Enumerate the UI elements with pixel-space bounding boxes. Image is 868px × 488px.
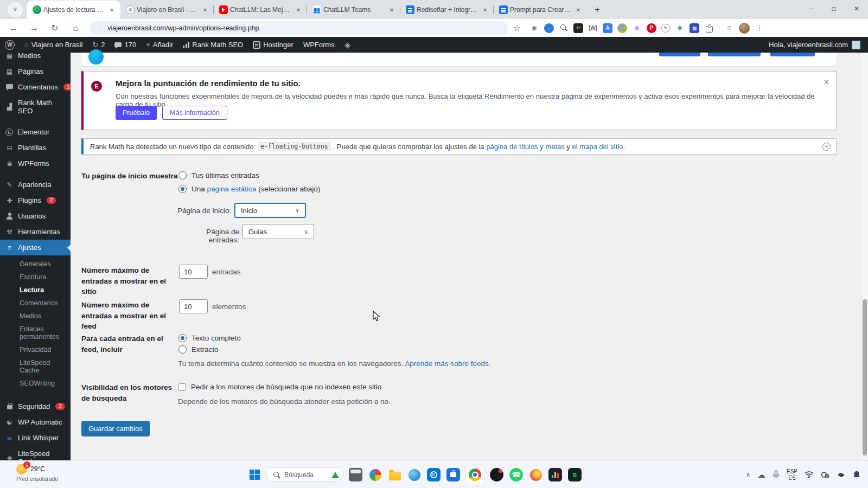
media-app-icon[interactable] [490,468,503,481]
start-button[interactable] [250,470,260,480]
submenu-comentarios[interactable]: Comentarios [0,297,71,310]
sidebar-item-plantillas[interactable]: ⊟ Plantillas [0,140,71,156]
admin-bar-account[interactable]: Hola, viajeroenbrasil.com [769,41,868,49]
camera-extension-icon[interactable]: ◉ [529,23,539,33]
homepage-select[interactable]: Inicio ∨ [234,203,306,218]
admin-bar-new[interactable]: + Añadir [141,37,178,53]
sidebar-item-usuarios[interactable]: Usuarios [0,208,71,224]
pencil-extension-icon[interactable]: ✎ [661,24,670,33]
new-tab-button[interactable]: + [590,3,604,17]
sidebar-item-ajustes[interactable]: ≡ Ajustes [0,240,71,255]
sidebar-item-apariencia[interactable]: ✎ Apariencia [0,177,71,192]
submenu-enlaces-permanentes[interactable]: Enlaces permanentes [0,323,71,343]
notification-bell-icon[interactable] [853,471,860,479]
whatsapp-icon[interactable]: ☎ [509,468,523,481]
sidebar-item-paginas[interactable]: ▤ Páginas [0,63,71,79]
submenu-seowriting[interactable]: SEOWriting [0,377,71,390]
tab-prompt-doc[interactable]: Prompt para Crear Sitios Web c ✕ [494,1,587,19]
submenu-medios[interactable]: Medios [0,310,71,323]
wp-logo-menu[interactable]: W [0,37,20,53]
admin-bar-site-name[interactable]: ⌂ Viajero en Brasil [20,37,87,53]
submenu-privacidad[interactable]: Privacidad [0,343,71,356]
pinterest-extension-icon[interactable]: P [647,23,656,33]
tab-close-icon[interactable]: ✕ [481,5,489,14]
home-button[interactable]: ⌂ [68,21,82,35]
tab-search-button[interactable]: ˅ [8,2,23,17]
submenu-lectura[interactable]: Lectura [0,284,71,297]
close-icon[interactable]: ✕ [824,78,829,86]
sidebar-item-elementor[interactable]: E Elementor [0,124,71,140]
sync-icon[interactable] [837,471,846,479]
submenu-escritura[interactable]: Escritura [0,271,71,284]
submenu-generales[interactable]: Generales [0,258,71,271]
tab-viajero-en-brasil[interactable]: ⊕ Viajero en Brasil - Tu guía comp ✕ [120,1,214,19]
tab-close-icon[interactable]: ✕ [201,5,209,14]
green-plus-extension-icon[interactable]: ✚ [675,23,685,33]
sidebar-item-comentarios[interactable]: Comentarios 170 [0,79,71,95]
photos-icon[interactable] [368,468,382,481]
blue-grid-extension-icon[interactable]: ▦ [690,23,699,33]
sidebar-item-herramientas[interactable]: ⚒ Herramientas [0,224,71,240]
admin-bar-comments[interactable]: 170 [110,37,141,53]
max-feed-input[interactable] [179,299,208,313]
sidebar-item-wpforms[interactable]: ≣ WPForms [0,156,71,171]
firefox-icon[interactable] [529,468,542,481]
tab-reading-settings[interactable]: Ajustes de lectura < Viajero en ✕ [27,1,120,19]
taskbar-search[interactable]: Búsqueda [266,467,343,482]
tab-redisenar-doc[interactable]: Rediseñar + Integrar con Word ✕ [400,1,494,19]
dismiss-icon[interactable]: ✕ [822,143,831,151]
file-explorer-icon[interactable] [388,468,401,481]
admin-bar-hostinger[interactable]: H Hostinger [248,37,298,53]
back-button[interactable]: ← [7,21,21,35]
scrollbar-thumb[interactable] [863,299,867,455]
reload-button[interactable]: ↻ [48,21,62,35]
equalizer-app-icon[interactable] [548,468,562,481]
browser-menu-kebab-icon[interactable]: ⋮ [755,23,764,33]
window-maximize-button[interactable]: □ [822,0,845,17]
purple-burst-extension-icon[interactable]: ✳ [632,23,642,33]
dell-icon[interactable]: D [427,468,441,481]
full-text-radio[interactable] [178,334,187,342]
admin-bar-wpforms[interactable]: WPForms [298,37,340,53]
translate-extension-icon[interactable]: A [603,23,612,33]
banner-button-partial[interactable] [659,53,700,56]
address-bar[interactable]: ⁘ viajeroenbrasil.com/wp-admin/options-r… [90,21,508,35]
sidebar-item-plugins[interactable]: ✚ Plugins 2 [0,192,71,208]
reading-list-icon[interactable]: ≡ [724,23,734,33]
url-text[interactable]: viajeroenbrasil.com/wp-admin/options-rea… [107,24,259,32]
window-close-button[interactable]: ✕ [845,0,868,17]
sidebar-item-rank-math[interactable]: ▟ Rank Math SEO [0,95,71,119]
extensions-puzzle-icon[interactable] [704,23,714,33]
microphone-icon[interactable] [773,470,780,479]
banner-button-partial[interactable] [708,53,761,56]
excerpt-radio[interactable] [178,345,187,354]
sitemap-link[interactable]: el mapa del sitio [572,143,623,151]
more-info-button[interactable]: Más información [162,106,227,120]
static-page-link[interactable]: página estática [207,185,257,193]
dev-app-icon[interactable]: S [568,468,582,481]
learn-more-feeds-link[interactable]: Aprende más sobre feeds. [405,359,490,368]
sidebar-item-wp-automatic[interactable]: ☯ WP Automatic [0,414,71,430]
forward-button[interactable]: → [27,21,41,35]
tab-close-icon[interactable]: ✕ [387,5,396,14]
static-page-radio[interactable] [178,185,187,193]
tab-chatllm-video[interactable]: ChatLLM: Las Mejores IA en un ✕ [214,1,307,19]
max-posts-input[interactable] [179,265,208,279]
latest-posts-radio[interactable] [178,171,187,179]
chrome-taskbar-icon[interactable] [466,466,484,484]
tab-close-icon[interactable]: ✕ [574,5,583,14]
network-status-icon[interactable] [821,471,829,478]
titles-metas-link[interactable]: página de títulos y metas [486,143,565,151]
window-minimize-button[interactable]: – [800,0,822,17]
banner-button-partial[interactable] [770,53,815,56]
discourage-indexing-checkbox[interactable] [178,383,186,391]
try-it-button[interactable]: Pruébalo [116,106,157,120]
save-changes-button[interactable]: Guardar cambios [81,421,150,436]
wifi-icon[interactable] [805,471,814,478]
profile-avatar[interactable] [739,23,750,34]
microsoft-store-icon[interactable] [446,468,460,481]
tab-close-icon[interactable]: ✕ [107,5,116,14]
site-info-icon[interactable]: ⁘ [97,24,102,31]
search-extension-icon[interactable] [559,23,569,33]
language-indicator[interactable]: ESPES [787,468,797,481]
